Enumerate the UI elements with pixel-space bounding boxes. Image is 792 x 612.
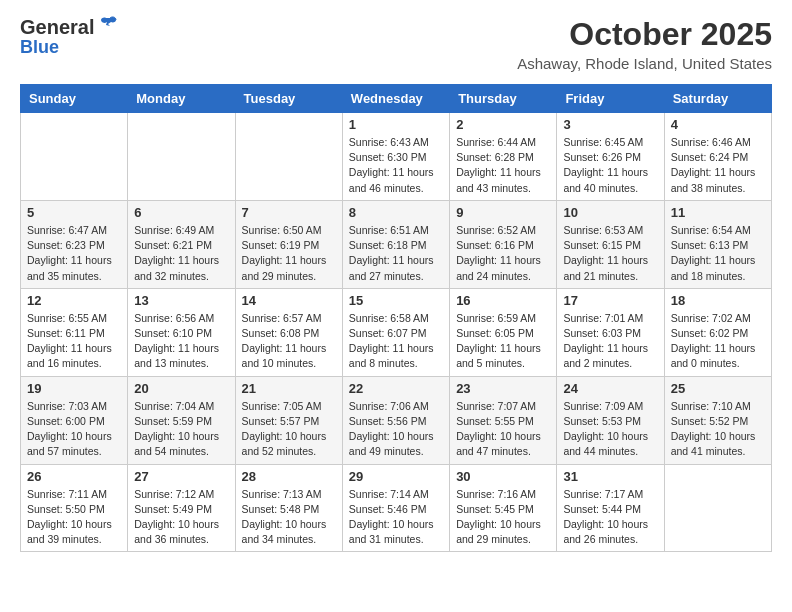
day-info: Sunrise: 7:13 AM Sunset: 5:48 PM Dayligh… [242,487,336,548]
logo-blue: Blue [20,38,59,58]
day-cell: 21Sunrise: 7:05 AM Sunset: 5:57 PM Dayli… [235,376,342,464]
day-cell: 7Sunrise: 6:50 AM Sunset: 6:19 PM Daylig… [235,200,342,288]
day-cell: 6Sunrise: 6:49 AM Sunset: 6:21 PM Daylig… [128,200,235,288]
day-info: Sunrise: 6:57 AM Sunset: 6:08 PM Dayligh… [242,311,336,372]
day-number: 15 [349,293,443,308]
day-info: Sunrise: 7:06 AM Sunset: 5:56 PM Dayligh… [349,399,443,460]
day-cell: 14Sunrise: 6:57 AM Sunset: 6:08 PM Dayli… [235,288,342,376]
day-cell: 22Sunrise: 7:06 AM Sunset: 5:56 PM Dayli… [342,376,449,464]
day-info: Sunrise: 7:02 AM Sunset: 6:02 PM Dayligh… [671,311,765,372]
week-row-2: 5Sunrise: 6:47 AM Sunset: 6:23 PM Daylig… [21,200,772,288]
day-cell [128,113,235,201]
logo: General Blue [20,16,118,58]
page: General Blue October 2025 Ashaway, Rhode… [0,0,792,568]
day-cell: 15Sunrise: 6:58 AM Sunset: 6:07 PM Dayli… [342,288,449,376]
day-info: Sunrise: 7:09 AM Sunset: 5:53 PM Dayligh… [563,399,657,460]
day-cell: 5Sunrise: 6:47 AM Sunset: 6:23 PM Daylig… [21,200,128,288]
day-number: 9 [456,205,550,220]
day-cell: 3Sunrise: 6:45 AM Sunset: 6:26 PM Daylig… [557,113,664,201]
day-number: 14 [242,293,336,308]
day-info: Sunrise: 7:05 AM Sunset: 5:57 PM Dayligh… [242,399,336,460]
location-title: Ashaway, Rhode Island, United States [517,55,772,72]
weekday-header-monday: Monday [128,85,235,113]
weekday-header-sunday: Sunday [21,85,128,113]
day-info: Sunrise: 6:56 AM Sunset: 6:10 PM Dayligh… [134,311,228,372]
day-number: 6 [134,205,228,220]
logo-general: General [20,16,94,38]
day-number: 18 [671,293,765,308]
day-cell: 16Sunrise: 6:59 AM Sunset: 6:05 PM Dayli… [450,288,557,376]
weekday-header-wednesday: Wednesday [342,85,449,113]
day-number: 20 [134,381,228,396]
day-info: Sunrise: 6:54 AM Sunset: 6:13 PM Dayligh… [671,223,765,284]
day-info: Sunrise: 6:49 AM Sunset: 6:21 PM Dayligh… [134,223,228,284]
day-cell: 17Sunrise: 7:01 AM Sunset: 6:03 PM Dayli… [557,288,664,376]
day-number: 11 [671,205,765,220]
day-cell: 29Sunrise: 7:14 AM Sunset: 5:46 PM Dayli… [342,464,449,552]
day-cell: 28Sunrise: 7:13 AM Sunset: 5:48 PM Dayli… [235,464,342,552]
day-info: Sunrise: 6:50 AM Sunset: 6:19 PM Dayligh… [242,223,336,284]
day-number: 21 [242,381,336,396]
day-info: Sunrise: 6:44 AM Sunset: 6:28 PM Dayligh… [456,135,550,196]
day-cell: 8Sunrise: 6:51 AM Sunset: 6:18 PM Daylig… [342,200,449,288]
day-info: Sunrise: 7:04 AM Sunset: 5:59 PM Dayligh… [134,399,228,460]
day-number: 10 [563,205,657,220]
day-number: 28 [242,469,336,484]
day-info: Sunrise: 7:03 AM Sunset: 6:00 PM Dayligh… [27,399,121,460]
day-number: 26 [27,469,121,484]
month-title: October 2025 [517,16,772,53]
day-info: Sunrise: 6:58 AM Sunset: 6:07 PM Dayligh… [349,311,443,372]
day-cell: 19Sunrise: 7:03 AM Sunset: 6:00 PM Dayli… [21,376,128,464]
day-number: 12 [27,293,121,308]
day-cell: 24Sunrise: 7:09 AM Sunset: 5:53 PM Dayli… [557,376,664,464]
calendar-table: SundayMondayTuesdayWednesdayThursdayFrid… [20,84,772,552]
week-row-5: 26Sunrise: 7:11 AM Sunset: 5:50 PM Dayli… [21,464,772,552]
day-cell: 30Sunrise: 7:16 AM Sunset: 5:45 PM Dayli… [450,464,557,552]
day-cell: 31Sunrise: 7:17 AM Sunset: 5:44 PM Dayli… [557,464,664,552]
day-info: Sunrise: 6:45 AM Sunset: 6:26 PM Dayligh… [563,135,657,196]
day-cell: 26Sunrise: 7:11 AM Sunset: 5:50 PM Dayli… [21,464,128,552]
day-info: Sunrise: 7:14 AM Sunset: 5:46 PM Dayligh… [349,487,443,548]
day-cell: 1Sunrise: 6:43 AM Sunset: 6:30 PM Daylig… [342,113,449,201]
weekday-header-saturday: Saturday [664,85,771,113]
day-cell: 23Sunrise: 7:07 AM Sunset: 5:55 PM Dayli… [450,376,557,464]
day-number: 2 [456,117,550,132]
day-info: Sunrise: 7:01 AM Sunset: 6:03 PM Dayligh… [563,311,657,372]
day-info: Sunrise: 6:59 AM Sunset: 6:05 PM Dayligh… [456,311,550,372]
day-number: 19 [27,381,121,396]
weekday-header-row: SundayMondayTuesdayWednesdayThursdayFrid… [21,85,772,113]
day-info: Sunrise: 7:12 AM Sunset: 5:49 PM Dayligh… [134,487,228,548]
day-number: 5 [27,205,121,220]
day-number: 8 [349,205,443,220]
title-block: October 2025 Ashaway, Rhode Island, Unit… [517,16,772,72]
day-cell: 10Sunrise: 6:53 AM Sunset: 6:15 PM Dayli… [557,200,664,288]
day-cell [21,113,128,201]
day-info: Sunrise: 7:11 AM Sunset: 5:50 PM Dayligh… [27,487,121,548]
day-info: Sunrise: 6:51 AM Sunset: 6:18 PM Dayligh… [349,223,443,284]
day-number: 3 [563,117,657,132]
day-info: Sunrise: 7:16 AM Sunset: 5:45 PM Dayligh… [456,487,550,548]
day-number: 4 [671,117,765,132]
day-number: 29 [349,469,443,484]
week-row-1: 1Sunrise: 6:43 AM Sunset: 6:30 PM Daylig… [21,113,772,201]
day-number: 23 [456,381,550,396]
weekday-header-thursday: Thursday [450,85,557,113]
week-row-3: 12Sunrise: 6:55 AM Sunset: 6:11 PM Dayli… [21,288,772,376]
day-info: Sunrise: 6:47 AM Sunset: 6:23 PM Dayligh… [27,223,121,284]
day-cell: 2Sunrise: 6:44 AM Sunset: 6:28 PM Daylig… [450,113,557,201]
day-cell: 13Sunrise: 6:56 AM Sunset: 6:10 PM Dayli… [128,288,235,376]
day-cell: 4Sunrise: 6:46 AM Sunset: 6:24 PM Daylig… [664,113,771,201]
day-number: 24 [563,381,657,396]
day-cell [664,464,771,552]
day-number: 30 [456,469,550,484]
weekday-header-tuesday: Tuesday [235,85,342,113]
day-number: 22 [349,381,443,396]
day-info: Sunrise: 6:52 AM Sunset: 6:16 PM Dayligh… [456,223,550,284]
weekday-header-friday: Friday [557,85,664,113]
day-number: 31 [563,469,657,484]
day-info: Sunrise: 6:43 AM Sunset: 6:30 PM Dayligh… [349,135,443,196]
day-cell: 25Sunrise: 7:10 AM Sunset: 5:52 PM Dayli… [664,376,771,464]
day-cell: 20Sunrise: 7:04 AM Sunset: 5:59 PM Dayli… [128,376,235,464]
logo-bird-icon [96,14,118,36]
day-info: Sunrise: 7:17 AM Sunset: 5:44 PM Dayligh… [563,487,657,548]
